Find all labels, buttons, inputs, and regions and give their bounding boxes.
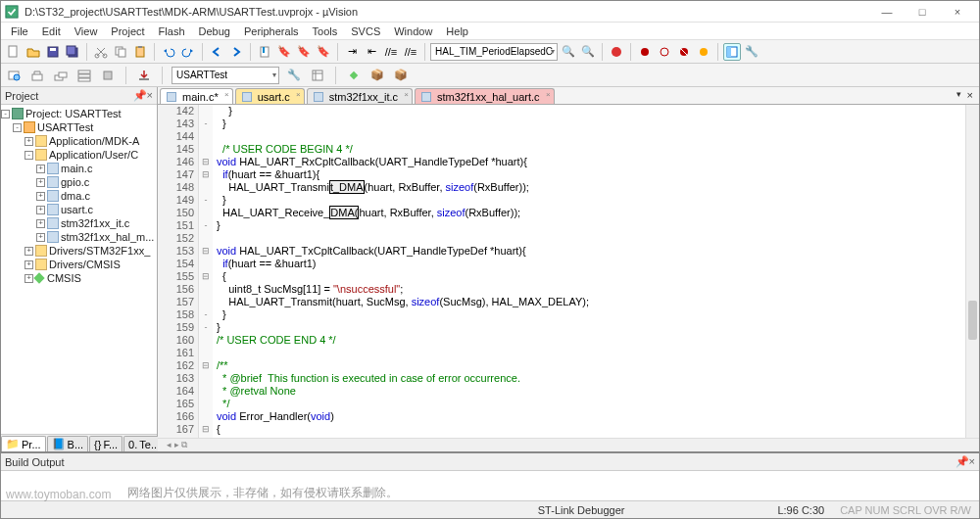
scroll-thumb[interactable] xyxy=(968,301,977,340)
new-file-icon[interactable] xyxy=(5,43,23,61)
menu-svcs[interactable]: SVCS xyxy=(345,25,386,37)
download-icon[interactable] xyxy=(135,67,153,84)
breakpoint-icon[interactable] xyxy=(636,43,654,61)
editor-tab[interactable]: usart.c× xyxy=(235,88,305,104)
close-button[interactable]: × xyxy=(946,3,969,21)
minimize-button[interactable]: — xyxy=(875,3,899,21)
tab-close-all-icon[interactable]: × xyxy=(967,89,973,101)
build-icon[interactable] xyxy=(28,67,46,84)
tree-label[interactable]: usart.c xyxy=(61,204,93,215)
tree-caret-icon[interactable]: - xyxy=(1,110,10,118)
tab-close-icon[interactable]: × xyxy=(224,90,229,99)
horizontal-scrollbar[interactable]: ◂ ▸ ⧉ xyxy=(158,438,979,451)
undo-icon[interactable] xyxy=(160,43,177,61)
tree-label[interactable]: stm32f1xx_hal_m... xyxy=(61,231,154,243)
sidebar-tab-1[interactable]: 📘B... xyxy=(47,436,89,451)
pane-close-icon[interactable]: × xyxy=(969,455,975,467)
comment-icon[interactable]: //≡ xyxy=(382,43,400,61)
find-combo[interactable]: HAL_TIM_PeriodElapsedC xyxy=(430,43,558,61)
tree-caret-icon[interactable]: + xyxy=(36,233,45,242)
copy-icon[interactable] xyxy=(112,43,129,61)
bookmark-clear-icon[interactable]: 🔖 xyxy=(315,43,332,61)
vertical-scrollbar[interactable] xyxy=(965,105,979,438)
pane-close-icon[interactable]: × xyxy=(147,89,153,101)
menu-help[interactable]: Help xyxy=(440,25,474,37)
redo-icon[interactable] xyxy=(179,43,197,61)
indent-icon[interactable]: ⇥ xyxy=(343,43,361,61)
scroll-nav[interactable]: ◂ ▸ ⧉ xyxy=(158,439,197,451)
menu-edit[interactable]: Edit xyxy=(36,25,67,37)
menu-window[interactable]: Window xyxy=(388,25,438,37)
tree-label[interactable]: Application/MDK-A xyxy=(49,135,139,147)
select-pack-icon[interactable]: 📦 xyxy=(368,67,386,84)
menu-tools[interactable]: Tools xyxy=(307,25,344,37)
tree-label[interactable]: USARTTest xyxy=(37,121,93,133)
tree-caret-icon[interactable]: + xyxy=(36,178,45,187)
paste-icon[interactable] xyxy=(131,43,149,61)
tree-label[interactable]: main.c xyxy=(61,163,92,174)
tree-label[interactable]: CMSIS xyxy=(47,272,81,284)
translate-icon[interactable] xyxy=(5,67,23,84)
tree-caret-icon[interactable]: + xyxy=(36,219,45,228)
editor-tab[interactable]: stm32f1xx_it.c× xyxy=(307,88,413,104)
tab-close-icon[interactable]: × xyxy=(296,90,301,99)
save-all-icon[interactable] xyxy=(64,43,81,61)
target-combo[interactable]: USARTTest xyxy=(172,67,279,84)
tab-close-icon[interactable]: × xyxy=(546,90,551,99)
tree-label[interactable]: gpio.c xyxy=(61,176,89,188)
tree-caret-icon[interactable]: + xyxy=(24,247,33,256)
tab-dropdown-icon[interactable]: ▾ xyxy=(956,89,961,99)
target-options-icon[interactable]: 🔧 xyxy=(285,67,303,84)
tree-caret-icon[interactable]: + xyxy=(36,165,45,173)
tree-caret-icon[interactable]: + xyxy=(24,137,33,146)
bookmark-icon[interactable] xyxy=(256,43,273,61)
build-output-body[interactable] xyxy=(1,471,979,500)
menu-file[interactable]: File xyxy=(5,25,34,37)
outdent-icon[interactable]: ⇤ xyxy=(363,43,380,61)
find-in-files-icon[interactable]: 🔍 xyxy=(579,43,597,61)
tree-caret-icon[interactable]: + xyxy=(36,206,45,214)
menu-peripherals[interactable]: Peripherals xyxy=(238,25,305,37)
manage-icon[interactable] xyxy=(309,67,326,84)
save-icon[interactable] xyxy=(44,43,62,61)
pin-icon[interactable]: 📌 xyxy=(133,89,147,101)
pack-install-icon[interactable]: 📦 xyxy=(392,67,410,84)
tree-caret-icon[interactable]: - xyxy=(24,151,33,160)
menu-project[interactable]: Project xyxy=(105,25,150,37)
bookmark-prev-icon[interactable]: 🔖 xyxy=(275,43,293,61)
breakpoint-kill-icon[interactable] xyxy=(695,43,712,61)
debug-icon[interactable] xyxy=(608,43,625,61)
tree-label[interactable]: stm32f1xx_it.c xyxy=(61,217,129,229)
project-tree[interactable]: -Project: USARTTest-USARTTest+Applicatio… xyxy=(1,105,157,434)
source-text[interactable]: } } /* USER CODE BEGIN 4 */void HAL_UART… xyxy=(213,105,965,438)
tree-label[interactable]: Application/User/C xyxy=(49,149,138,161)
open-icon[interactable] xyxy=(24,43,42,61)
nav-forward-icon[interactable] xyxy=(227,43,245,61)
manage-rte-icon[interactable] xyxy=(345,67,363,84)
editor-tab[interactable]: stm32f1xx_hal_uart.c× xyxy=(415,88,555,104)
tree-caret-icon[interactable]: + xyxy=(24,260,33,269)
window-layout-icon[interactable] xyxy=(723,43,741,61)
tab-close-icon[interactable]: × xyxy=(404,90,409,99)
menu-debug[interactable]: Debug xyxy=(193,25,236,37)
uncomment-icon[interactable]: //≡ xyxy=(402,43,419,61)
code-editor[interactable]: 1421431441451461471481491501511521531541… xyxy=(158,105,979,438)
tree-caret-icon[interactable]: + xyxy=(24,274,33,283)
rebuild-icon[interactable] xyxy=(52,67,70,84)
maximize-button[interactable]: □ xyxy=(910,3,934,21)
tree-label[interactable]: Drivers/STM32F1xx_ xyxy=(49,245,150,257)
breakpoint-disable-icon[interactable] xyxy=(656,43,673,61)
fold-column[interactable]: -⊟⊟--⊟⊟--⊟⊟ xyxy=(199,105,213,438)
tree-caret-icon[interactable]: + xyxy=(36,192,45,201)
menu-view[interactable]: View xyxy=(69,25,104,37)
tree-label[interactable]: dma.c xyxy=(61,190,90,202)
editor-tab[interactable]: main.c*× xyxy=(160,88,233,104)
breakpoint-remove-icon[interactable] xyxy=(675,43,693,61)
stop-build-icon[interactable] xyxy=(99,67,117,84)
scroll-track[interactable] xyxy=(197,439,979,451)
tree-label[interactable]: Drivers/CMSIS xyxy=(49,259,121,270)
menu-flash[interactable]: Flash xyxy=(153,25,191,37)
nav-back-icon[interactable] xyxy=(208,43,225,61)
tree-caret-icon[interactable]: - xyxy=(13,123,22,132)
bookmark-next-icon[interactable]: 🔖 xyxy=(295,43,313,61)
